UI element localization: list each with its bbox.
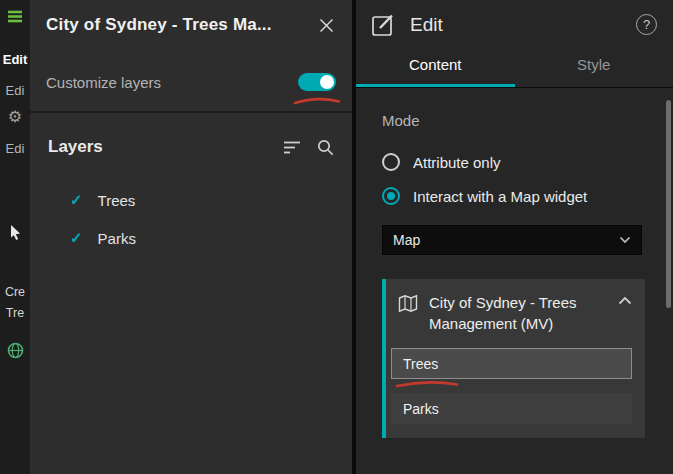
annotation-underline-toggle: [292, 94, 342, 107]
app-window: Edit Edi ⚙ Edi Cre Tre City of Sydney - …: [0, 0, 673, 474]
radio-icon-selected: [382, 187, 400, 205]
edit-settings-panel: Edit ? Content Style Mode Attribute only…: [352, 0, 673, 474]
map-icon: [398, 294, 418, 313]
help-icon: ?: [643, 17, 650, 32]
tab-bar: Content Style: [356, 47, 673, 88]
green-list-icon[interactable]: [0, 9, 30, 27]
layer-list: ✓ Trees ✓ Parks: [30, 181, 352, 257]
chevron-down-icon: [619, 236, 631, 244]
scrollbar-thumb[interactable]: [666, 100, 671, 308]
close-icon: [319, 18, 334, 33]
gear-icon[interactable]: ⚙: [0, 107, 30, 126]
layer-row-parks[interactable]: ✓ Parks: [30, 219, 352, 257]
search-icon: [317, 139, 334, 156]
globe-icon[interactable]: [0, 342, 30, 362]
source-layer-parks[interactable]: Parks: [391, 393, 632, 424]
source-layer-label: Parks: [403, 401, 439, 417]
rail-item-edit[interactable]: Edit: [0, 52, 30, 67]
edit-panel-title: Edit: [410, 14, 443, 36]
left-toolbar: Edit Edi ⚙ Edi Cre Tre: [0, 0, 30, 474]
panel-title: City of Sydney - Trees Ma...: [46, 15, 336, 35]
map-source-header[interactable]: City of Sydney - Trees Management (MV): [389, 292, 632, 334]
cursor-icon[interactable]: [0, 224, 30, 244]
layers-heading-row: Layers: [48, 137, 334, 157]
edit-panel-body: Mode Attribute only Interact with a Map …: [356, 88, 673, 438]
customize-layers-row: Customize layers: [46, 73, 336, 91]
radio-icon-unselected: [382, 153, 400, 171]
collapse-button[interactable]: [618, 296, 632, 305]
toggle-knob: [320, 75, 334, 89]
tab-style[interactable]: Style: [515, 47, 673, 87]
edit-widget-icon: [370, 11, 397, 38]
radio-label: Interact with a Map widget: [413, 188, 587, 205]
close-button[interactable]: [314, 13, 338, 37]
source-layer-trees[interactable]: Trees: [391, 348, 632, 379]
map-source-section: City of Sydney - Trees Management (MV) T…: [382, 279, 645, 438]
layers-heading: Layers: [48, 137, 103, 157]
annotation-underline-trees: [394, 377, 460, 390]
edit-panel-header: Edit ?: [356, 0, 673, 47]
source-layer-label: Trees: [403, 356, 438, 372]
search-layers-button[interactable]: [317, 139, 334, 156]
radio-interact-map-widget[interactable]: Interact with a Map widget: [382, 187, 643, 205]
layers-panel-header: City of Sydney - Trees Ma...: [30, 0, 352, 35]
layer-row-trees[interactable]: ✓ Trees: [30, 181, 352, 219]
tab-content[interactable]: Content: [356, 47, 515, 87]
radio-label: Attribute only: [413, 154, 501, 171]
dropdown-value: Map: [393, 232, 420, 248]
divider: [30, 111, 352, 113]
sort-icon: [283, 140, 301, 155]
map-widget-dropdown[interactable]: Map: [382, 225, 642, 255]
sort-layers-button[interactable]: [283, 140, 301, 155]
map-source-title: City of Sydney - Trees Management (MV): [429, 292, 597, 334]
radio-attribute-only[interactable]: Attribute only: [382, 153, 643, 171]
customize-layers-toggle[interactable]: [298, 73, 336, 91]
customize-layers-label: Customize layers: [46, 74, 161, 91]
layer-name: Trees: [98, 192, 136, 209]
chevron-up-icon: [618, 296, 632, 305]
layers-panel: City of Sydney - Trees Ma... Customize l…: [30, 0, 352, 474]
rail-item-edit-2[interactable]: Edi: [0, 83, 30, 98]
rail-item-create-line2[interactable]: Tre: [0, 306, 30, 320]
help-button[interactable]: ?: [636, 14, 657, 35]
check-icon: ✓: [70, 191, 83, 209]
layer-name: Parks: [98, 230, 136, 247]
check-icon: ✓: [70, 229, 83, 247]
mode-heading: Mode: [382, 112, 643, 129]
rail-item-edit-3[interactable]: Edi: [0, 141, 30, 156]
rail-item-create-line1[interactable]: Cre: [0, 285, 30, 299]
